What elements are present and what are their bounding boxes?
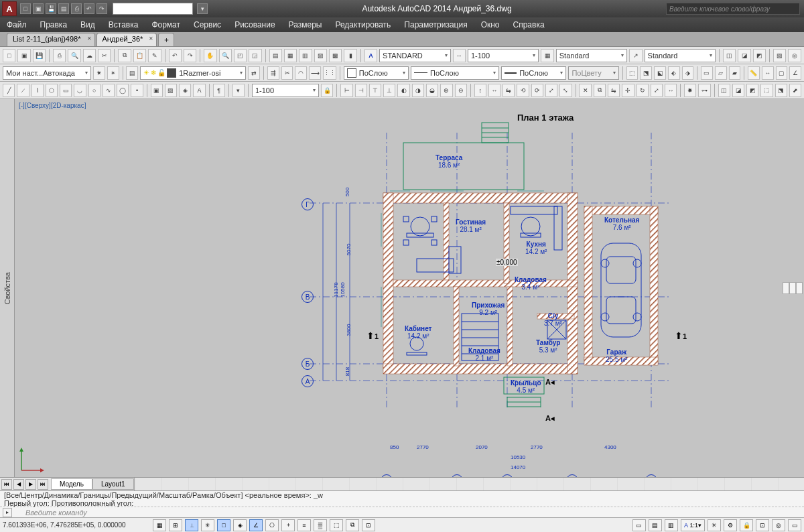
dim8-button[interactable]: ⊕ xyxy=(440,84,452,97)
doc-tab-inactive[interactable]: List 2-11_(planj)498*✕ xyxy=(7,33,95,46)
saveas-icon[interactable]: ▤ xyxy=(58,3,69,14)
extra3-button[interactable]: ◩ xyxy=(746,84,758,97)
cmd-options-icon[interactable]: ▸ xyxy=(3,508,12,517)
lock2-button[interactable]: 🔒 xyxy=(740,519,753,531)
mod5-button[interactable]: ⟳ xyxy=(531,84,543,97)
text-style-combo[interactable]: STANDARD xyxy=(379,49,450,62)
copy-button[interactable]: ⧉ xyxy=(118,49,131,62)
match-button[interactable]: ✎ xyxy=(148,49,161,62)
menu-dimension[interactable]: Размеры xyxy=(282,20,329,29)
print-button[interactable]: ⎙ xyxy=(53,49,66,62)
lweight-button[interactable]: ≡ xyxy=(297,519,311,531)
otrack-button[interactable]: ∠ xyxy=(249,519,263,531)
xline-button[interactable]: ⟋ xyxy=(17,84,29,97)
dropdown-button[interactable]: ▾ xyxy=(232,84,245,97)
dim2-button[interactable]: ⊣ xyxy=(355,84,367,97)
grid-button[interactable]: ⊞ xyxy=(169,519,182,531)
scale-list-combo[interactable]: 1-100 xyxy=(252,84,319,97)
join-button[interactable]: ⊶ xyxy=(698,84,710,97)
dim4-button[interactable]: ⊥ xyxy=(383,84,395,97)
open-button[interactable]: ▣ xyxy=(17,49,30,62)
line-button[interactable]: ╱ xyxy=(3,84,15,97)
model-button[interactable]: ▭ xyxy=(632,519,646,531)
group-button[interactable]: ◎ xyxy=(788,49,801,62)
modify6-button[interactable]: ▭ xyxy=(701,66,713,80)
ellipse-button[interactable]: ◯ xyxy=(117,84,129,97)
qv-button[interactable]: ▤ xyxy=(649,519,662,531)
help-search-input[interactable]: Введите ключевое слово/фразу xyxy=(666,3,800,15)
extra2-button[interactable]: ◪ xyxy=(732,84,744,97)
move-button[interactable]: ✢ xyxy=(622,84,634,97)
save-icon[interactable]: 💾 xyxy=(46,3,56,14)
ortho-button[interactable]: ⟂ xyxy=(185,519,198,531)
extra4-button[interactable]: ⬚ xyxy=(760,84,773,97)
dim-style-combo[interactable]: 1-100 xyxy=(468,49,539,62)
zoom-button[interactable]: 🔍 xyxy=(219,49,232,62)
mtext-button[interactable]: ¶ xyxy=(213,84,225,97)
dc-button[interactable]: ▦ xyxy=(284,49,297,62)
layer-prev-button[interactable]: ⇄ xyxy=(248,66,260,80)
tab-nav-first[interactable]: ⏮ xyxy=(1,479,12,490)
modify4-button[interactable]: ⬖ xyxy=(668,66,680,80)
redo-button[interactable]: ↷ xyxy=(184,49,196,62)
menu-edit[interactable]: Правка xyxy=(34,20,74,29)
mleader-style-combo[interactable]: Standard xyxy=(645,49,716,62)
app-logo[interactable]: A xyxy=(2,1,17,16)
new-icon[interactable]: □ xyxy=(20,3,31,14)
array-button[interactable]: ⋮⋮ xyxy=(323,66,336,80)
menu-file[interactable]: Файл xyxy=(0,20,34,29)
pline-button[interactable]: ⌇ xyxy=(31,84,44,97)
scale-button[interactable]: ⤢ xyxy=(651,84,663,97)
tab-nav-prev[interactable]: ◀ xyxy=(13,479,24,490)
spline-button[interactable]: ∿ xyxy=(103,84,115,97)
pan-button[interactable]: ✋ xyxy=(204,49,216,62)
erase-button[interactable]: ✕ xyxy=(579,84,591,97)
table-style-button[interactable]: ▦ xyxy=(541,49,553,62)
measure-button[interactable]: 📏 xyxy=(748,66,760,80)
hatch2-button[interactable]: ▧ xyxy=(165,84,177,97)
preview-button[interactable]: 🔍 xyxy=(68,49,80,62)
properties-panel-tab[interactable]: Свойства xyxy=(0,99,15,477)
publish-button[interactable]: ☁ xyxy=(83,49,96,62)
close-icon[interactable]: ✕ xyxy=(149,36,153,42)
osnap-button[interactable]: □ xyxy=(217,519,230,531)
modify8-button[interactable]: ▰ xyxy=(729,66,741,80)
text-style-button[interactable]: A xyxy=(364,49,377,62)
area-button[interactable]: ▢ xyxy=(776,66,788,80)
iso-button[interactable]: ◎ xyxy=(772,519,785,531)
mirror-button[interactable]: ⇋ xyxy=(608,84,620,97)
insert2-button[interactable]: ▣ xyxy=(151,84,163,97)
new-button[interactable]: □ xyxy=(3,49,15,62)
mleader-button[interactable]: ↗ xyxy=(629,49,642,62)
color-combo[interactable]: ПоСлою xyxy=(344,66,409,80)
region-button[interactable]: ◈ xyxy=(179,84,191,97)
stretch-button[interactable]: ↔ xyxy=(665,84,677,97)
text-button[interactable]: A xyxy=(193,84,205,97)
clean-button[interactable]: ▭ xyxy=(788,519,801,531)
model-tab[interactable]: Модель xyxy=(51,478,92,490)
trim-button[interactable]: ✂ xyxy=(281,66,293,80)
open-icon[interactable]: ▣ xyxy=(33,3,44,14)
menu-tools[interactable]: Сервис xyxy=(187,20,228,29)
annovis-button[interactable]: ✳ xyxy=(708,519,721,531)
dim9-button[interactable]: ⊖ xyxy=(455,84,467,97)
layout-tab[interactable]: Layout1 xyxy=(92,478,134,490)
dim7-button[interactable]: ◒ xyxy=(426,84,438,97)
extra1-button[interactable]: ◫ xyxy=(718,84,730,97)
mod6-button[interactable]: ⤢ xyxy=(545,84,557,97)
menu-parametric[interactable]: Параметризация xyxy=(397,20,474,29)
modify3-button[interactable]: ⬕ xyxy=(654,66,666,80)
snap-button[interactable]: ▦ xyxy=(153,519,166,531)
scale-lock-button[interactable]: 🔒 xyxy=(321,84,333,97)
zoom-prev-button[interactable]: ◲ xyxy=(249,49,261,62)
props-button[interactable]: ▤ xyxy=(269,49,282,62)
modify2-button[interactable]: ⬔ xyxy=(640,66,652,80)
save-button[interactable]: 💾 xyxy=(33,49,46,62)
menu-draw[interactable]: Рисование xyxy=(228,20,281,29)
block-button[interactable]: ◫ xyxy=(723,49,736,62)
layer-state-combo[interactable]: Мои наст...Автокада xyxy=(3,66,91,80)
mod2-button[interactable]: ↔ xyxy=(488,84,500,97)
annoscale-button[interactable]: A 1:1 ▾ xyxy=(681,519,705,531)
insert-button[interactable]: ◪ xyxy=(738,49,750,62)
close-icon[interactable]: ✕ xyxy=(87,36,92,42)
